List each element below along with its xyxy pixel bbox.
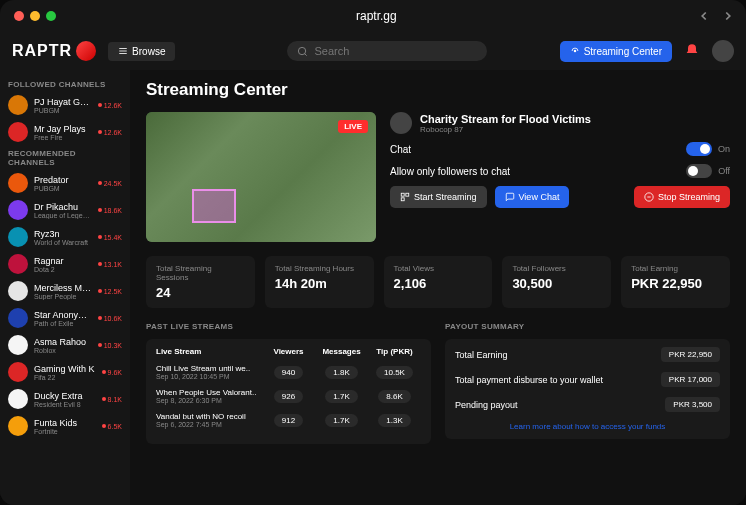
stat-value: 24 [156,285,245,300]
channel-row[interactable]: Dr PikachuLeague of Legends 18.6K [8,200,122,220]
row-viewers: 912 [262,416,315,425]
channel-row[interactable]: Gaming With KFifa 22 9.6K [8,362,122,382]
followers-toggle-state: Off [718,166,730,176]
channel-row[interactable]: Star AnonymousPath of Exile 10.6K [8,308,122,328]
search-input[interactable] [287,41,487,61]
row-tip: 1.3K [368,416,421,425]
streamer-name: Robocop 87 [420,125,591,134]
stat-label: Total Earning [631,264,720,273]
chat-toggle[interactable] [686,142,712,156]
stream-date: Sep 6, 2022 7:45 PM [156,421,262,428]
channel-game: League of Legends [34,212,92,219]
channel-viewers: 15.4K [98,234,122,241]
stat-card: Total Views2,106 [384,256,493,308]
maximize-dot[interactable] [46,11,56,21]
notification-icon[interactable] [684,43,700,59]
col-messages: Messages [315,347,368,356]
titlebar: raptr.gg [0,0,746,32]
payout-learn-more-link[interactable]: Learn more about how to access your fund… [455,422,720,431]
channel-name: Funta Kids [34,418,96,428]
streaming-center-button[interactable]: Streaming Center [560,41,672,62]
channel-row[interactable]: Merciless MedicSuper People 12.5K [8,281,122,301]
start-streaming-button[interactable]: Start Streaming [390,186,487,208]
channel-row[interactable]: Ducky ExtraResident Evil 8 8.1K [8,389,122,409]
window-controls [14,11,56,21]
table-row[interactable]: When People Use Valorant..Sep 8, 2022 6:… [156,388,421,404]
sidebar: FOLLOWED CHANNELS PJ Hayat GamingPUBGM 1… [0,70,130,505]
close-dot[interactable] [14,11,24,21]
channel-row[interactable]: Mr Jay PlaysFree Fire 12.6K [8,122,122,142]
payout-value: PKR 3,500 [665,397,720,412]
logo-icon [76,41,96,61]
url-display: raptr.gg [356,9,397,23]
channel-avatar [8,308,28,328]
channel-game: PUBGM [34,185,92,192]
row-tip: 10.5K [368,368,421,377]
channel-avatar [8,122,28,142]
svg-rect-6 [401,193,404,196]
channel-avatar [8,173,28,193]
logo[interactable]: RAPTR [12,41,96,61]
channel-viewers: 10.3K [98,342,122,349]
channel-viewers: 24.5K [98,180,122,187]
channel-row[interactable]: PJ Hayat GamingPUBGM 12.6K [8,95,122,115]
stat-value: 30,500 [512,276,601,291]
main-content: Streaming Center LIVE Charity Stream for… [130,70,746,505]
channel-row[interactable]: PredatorPUBGM 24.5K [8,173,122,193]
row-tip: 8.6K [368,392,421,401]
channel-viewers: 12.6K [98,102,122,109]
row-messages: 1.7K [315,416,368,425]
channel-game: Free Fire [34,134,92,141]
channel-game: Dota 2 [34,266,92,273]
stat-card: Total Streaming Sessions24 [146,256,255,308]
search-icon [297,46,308,57]
svg-point-3 [299,47,306,54]
table-row[interactable]: Chill Live Stream until we..Sep 10, 2022… [156,364,421,380]
user-avatar[interactable] [712,40,734,62]
col-viewers: Viewers [262,347,315,356]
topbar: RAPTR Browse Streaming Center [0,32,746,70]
payout-label: Total Earning [455,350,508,360]
channel-name: Ducky Extra [34,391,96,401]
chat-icon [505,192,515,202]
browse-button[interactable]: Browse [108,42,175,61]
stat-label: Total Views [394,264,483,273]
channel-avatar [8,362,28,382]
channel-name: PJ Hayat Gaming [34,97,92,107]
payout-header: PAYOUT SUMMARY [445,322,730,331]
stat-value: 2,106 [394,276,483,291]
stat-value: 14h 20m [275,276,364,291]
channel-avatar [8,200,28,220]
minimize-dot[interactable] [30,11,40,21]
channel-name: Dr Pikachu [34,202,92,212]
channel-name: Gaming With K [34,364,96,374]
svg-rect-8 [401,198,404,201]
forward-icon[interactable] [721,9,735,23]
grid-icon [400,192,410,202]
channel-avatar [8,227,28,247]
channel-avatar [8,335,28,355]
page-title: Streaming Center [146,80,730,100]
back-icon[interactable] [697,9,711,23]
channel-game: Super People [34,293,92,300]
table-row[interactable]: Vandal but with NO recoilSep 6, 2022 7:4… [156,412,421,428]
recommended-header: RECOMMENDED CHANNELS [8,149,122,167]
channel-row[interactable]: Asma RahooRoblox 10.3K [8,335,122,355]
view-chat-button[interactable]: View Chat [495,186,570,208]
payout-value: PKR 22,950 [661,347,720,362]
channel-avatar [8,416,28,436]
channel-viewers: 8.1K [102,396,122,403]
channel-game: Fortnite [34,428,96,435]
stat-value: PKR 22,950 [631,276,720,291]
payout-row: Total EarningPKR 22,950 [455,347,720,362]
channel-row[interactable]: Funta KidsFortnite 6.5K [8,416,122,436]
stream-name: Chill Live Stream until we.. [156,364,262,373]
stop-streaming-button[interactable]: Stop Streaming [634,186,730,208]
followers-only-toggle[interactable] [686,164,712,178]
channel-name: Ryz3n [34,229,92,239]
payout-label: Pending payout [455,400,518,410]
channel-row[interactable]: RagnarDota 2 13.1K [8,254,122,274]
stream-preview[interactable]: LIVE [146,112,376,242]
channel-viewers: 12.6K [98,129,122,136]
channel-row[interactable]: Ryz3nWorld of Warcraft 15.4K [8,227,122,247]
